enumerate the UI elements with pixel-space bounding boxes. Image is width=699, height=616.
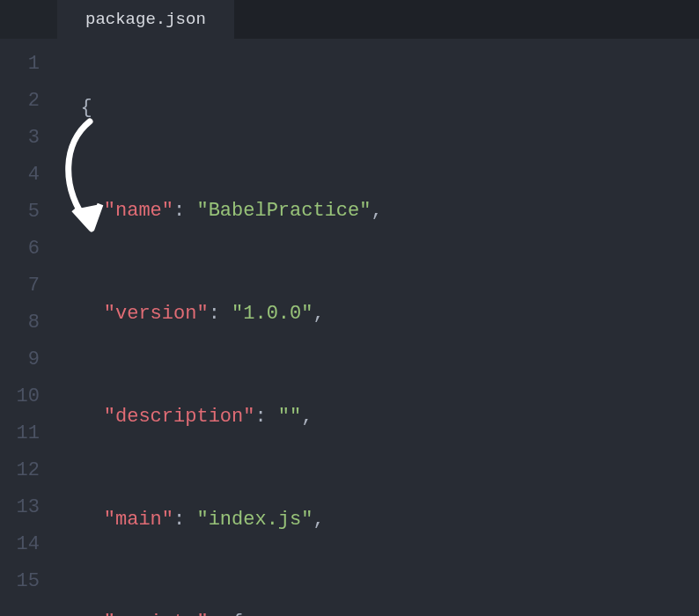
brace: { — [80, 97, 92, 119]
line-number: 13 — [0, 489, 57, 526]
line-number: 2 — [0, 83, 57, 120]
json-string: "1.0.0" — [232, 303, 313, 325]
tab-bar-empty — [234, 0, 699, 39]
code-content[interactable]: { "name": "BabelPractice", "version": "1… — [57, 39, 699, 616]
code-editor[interactable]: 1 2 3 4 5 6 7 8 9 10 11 12 13 14 15 { "n… — [0, 39, 699, 616]
tab-package-json[interactable]: package.json — [57, 0, 234, 39]
json-key: "name" — [104, 200, 173, 222]
line-number: 1 — [0, 46, 57, 83]
line-number-gutter: 1 2 3 4 5 6 7 8 9 10 11 12 13 14 15 — [0, 39, 57, 616]
line-number: 14 — [0, 526, 57, 563]
json-key: "description" — [104, 406, 255, 428]
code-line: { — [57, 90, 699, 127]
line-number: 9 — [0, 341, 57, 378]
json-string: "BabelPractice" — [196, 200, 371, 222]
line-number: 4 — [0, 157, 57, 194]
json-string: "index.js" — [196, 509, 313, 531]
code-line: "main": "index.js", — [57, 502, 699, 539]
code-line: "version": "1.0.0", — [57, 296, 699, 333]
tab-filename: package.json — [85, 10, 206, 29]
line-number: 7 — [0, 268, 57, 304]
json-key: "scripts" — [104, 612, 209, 616]
line-number: 12 — [0, 452, 57, 489]
line-number: 11 — [0, 415, 57, 452]
tab-spacer — [0, 0, 57, 39]
code-line: "name": "BabelPractice", — [57, 193, 699, 230]
line-number: 3 — [0, 120, 57, 157]
tab-bar: package.json — [0, 0, 699, 39]
brace: { — [232, 612, 243, 616]
line-number: 5 — [0, 194, 57, 231]
code-line: "scripts": { — [57, 605, 699, 616]
code-line: "description": "", — [57, 399, 699, 436]
json-key: "main" — [104, 509, 173, 531]
json-key: "version" — [104, 303, 209, 325]
line-number: 15 — [0, 563, 57, 600]
line-number: 10 — [0, 378, 57, 415]
json-string: "" — [278, 406, 301, 428]
line-number: 8 — [0, 304, 57, 341]
line-number: 6 — [0, 231, 57, 268]
